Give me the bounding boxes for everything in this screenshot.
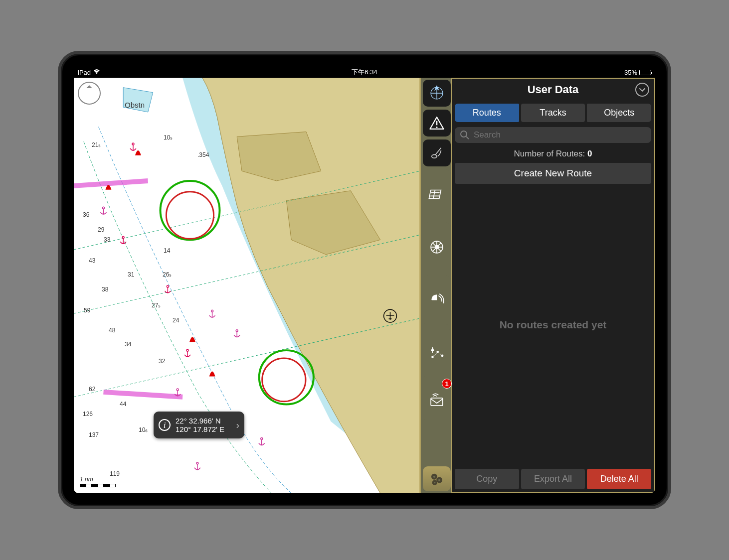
tool-strip: 1	[420, 78, 452, 493]
measure-button[interactable]	[423, 140, 451, 166]
chart-svg	[74, 78, 420, 493]
settings-button[interactable]	[423, 466, 451, 491]
chart-settings-button[interactable]	[423, 169, 451, 219]
search-input[interactable]	[474, 130, 646, 140]
autopilot-button[interactable]	[423, 222, 451, 272]
empty-state: No routes created yet	[452, 184, 654, 466]
search-icon	[460, 130, 470, 140]
compass-icon[interactable]	[78, 82, 101, 105]
svg-point-15	[436, 127, 437, 128]
svg-point-37	[434, 482, 435, 483]
svg-point-35	[433, 476, 435, 478]
info-icon: i	[159, 419, 171, 431]
create-route-button[interactable]: Create New Route	[455, 163, 651, 184]
tab-objects[interactable]: Objects	[587, 104, 651, 122]
obstruction-label: Obstn	[125, 101, 145, 109]
battery-percent: 35%	[624, 69, 637, 76]
status-bar: iPad 下午6:34 35%	[74, 67, 655, 78]
panel-title: User Data	[528, 83, 579, 96]
radar-button[interactable]	[423, 275, 451, 325]
svg-point-38	[461, 131, 467, 137]
collapse-button[interactable]	[635, 83, 649, 97]
svg-point-36	[438, 479, 440, 481]
delete-all-button[interactable]: Delete All	[587, 469, 651, 489]
north-up-button[interactable]	[423, 80, 451, 107]
svg-line-39	[466, 137, 469, 139]
longitude-value: 120° 17.872' E	[176, 425, 224, 433]
position-popover[interactable]: i 22° 32.966' N 120° 17.872' E ›	[154, 412, 244, 438]
messages-button[interactable]: 1	[423, 381, 451, 420]
panel-header: User Data	[452, 79, 654, 101]
latitude-value: 22° 32.966' N	[176, 417, 224, 425]
tab-tracks[interactable]: Tracks	[521, 104, 585, 122]
device-label: iPad	[78, 69, 91, 76]
warnings-button[interactable]	[423, 110, 451, 137]
battery-icon	[639, 70, 651, 75]
messages-badge: 1	[442, 379, 452, 389]
screen: iPad 下午6:34 35%	[74, 67, 655, 493]
user-data-panel: User Data Routes Tracks Objects Number o…	[452, 78, 655, 493]
svg-line-20	[433, 190, 435, 199]
segmented-control: Routes Tracks Objects	[452, 101, 654, 125]
ipad-frame: iPad 下午6:34 35%	[58, 51, 671, 509]
wifi-icon	[93, 69, 100, 76]
export-all-button[interactable]: Export All	[521, 469, 585, 489]
tab-routes[interactable]: Routes	[455, 104, 519, 122]
user-data-button[interactable]	[423, 328, 451, 378]
panel-actions: Copy Export All Delete All	[452, 466, 654, 492]
clock: 下午6:34	[352, 68, 377, 77]
route-count: Number of Routes: 0	[452, 145, 654, 163]
app-content: Obstn 36 43 33 29 31 38 59 62 44 48 126 …	[74, 78, 655, 493]
svg-rect-31	[431, 398, 443, 406]
nautical-chart[interactable]: Obstn 36 43 33 29 31 38 59 62 44 48 126 …	[74, 78, 420, 493]
search-box[interactable]	[455, 127, 651, 143]
chevron-right-icon: ›	[236, 420, 239, 431]
scale-bar: 1 nm	[80, 476, 116, 487]
svg-point-16	[432, 154, 437, 158]
copy-button[interactable]: Copy	[455, 469, 519, 489]
